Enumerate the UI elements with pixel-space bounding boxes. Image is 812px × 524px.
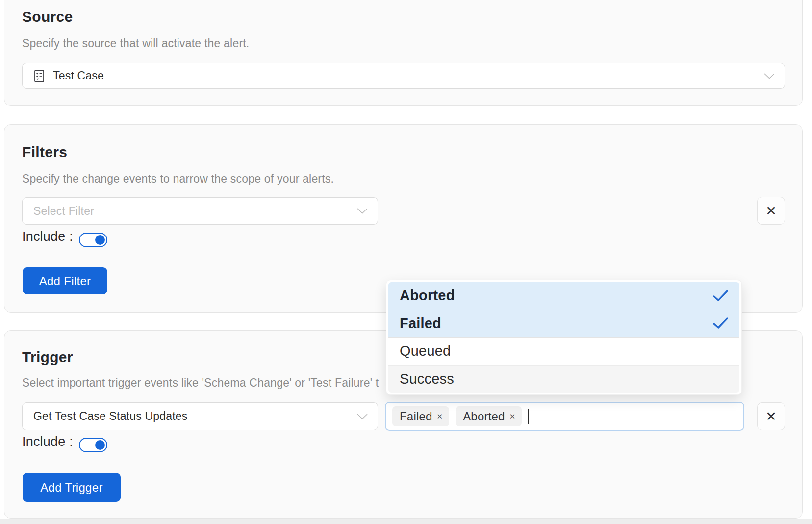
option-label: Queued [400,343,451,359]
trigger-include-toggle[interactable] [79,438,107,452]
source-section: Source Specify the source that will acti… [4,0,803,106]
selected-tag-failed: Failed ✕ [392,406,449,426]
add-filter-button[interactable]: Add Filter [23,267,107,294]
trigger-include-label: Include : [22,434,73,449]
filters-include-label: Include : [22,229,73,244]
filters-title: Filters [22,144,67,160]
source-select[interactable]: Test Case [22,63,785,89]
filter-select[interactable]: Select Filter [22,197,378,225]
option-label: Success [400,371,454,387]
test-case-checklist-icon [33,69,45,83]
dropdown-option-success[interactable]: Success [388,366,739,393]
source-title: Source [22,8,73,25]
status-dropdown-menu: Aborted Failed Queued Success [386,280,742,395]
page-bottom-edge [0,519,812,524]
tag-remove-icon[interactable]: ✕ [437,412,443,421]
check-icon [713,290,728,302]
toggle-knob [95,440,105,450]
trigger-title: Trigger [22,349,73,366]
selected-tag-aborted: Aborted ✕ [456,406,522,426]
tag-label: Failed [400,410,432,423]
trigger-description: Select important trigger events like 'Sc… [22,376,379,390]
filters-description: Specify the change events to narrow the … [22,172,334,185]
add-trigger-button[interactable]: Add Trigger [23,473,121,502]
source-select-value: Test Case [53,69,104,82]
toggle-knob [95,235,105,245]
option-label: Failed [400,315,441,332]
dropdown-option-failed[interactable]: Failed [388,310,739,338]
trigger-select[interactable]: Get Test Case Status Updates [22,402,378,430]
status-dropdown-options: Aborted Failed Queued Success [388,282,739,393]
option-label: Aborted [400,288,455,304]
check-icon [713,317,728,329]
dropdown-option-aborted[interactable]: Aborted [388,282,739,310]
trigger-status-multiselect-input[interactable]: Failed ✕ Aborted ✕ [385,402,744,431]
remove-trigger-button[interactable]: ✕ [757,402,785,430]
remove-filter-button[interactable]: ✕ [757,197,785,225]
chevron-down-icon [357,414,368,419]
chevron-down-icon [357,208,368,214]
tag-remove-icon[interactable]: ✕ [509,412,516,421]
filters-include-toggle[interactable] [79,233,107,247]
chevron-down-icon [764,73,775,79]
trigger-select-value: Get Test Case Status Updates [33,410,188,423]
filter-select-placeholder: Select Filter [33,205,94,218]
source-description: Specify the source that will activate th… [22,37,249,50]
dropdown-option-queued[interactable]: Queued [388,338,739,366]
alert-config-page: Source Specify the source that will acti… [0,0,812,524]
tag-label: Aborted [463,410,505,423]
text-cursor [528,409,529,424]
